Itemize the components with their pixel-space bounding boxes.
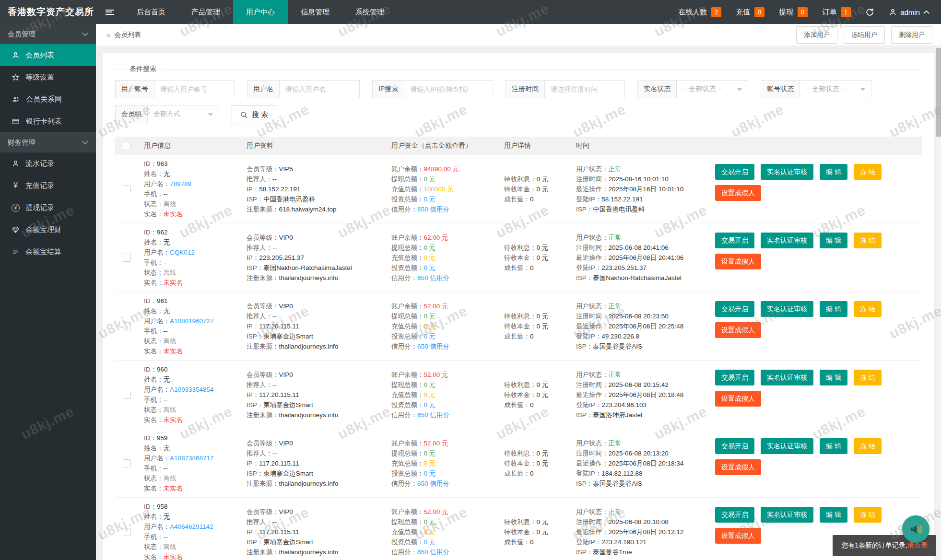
username-input[interactable] — [279, 80, 360, 98]
realname-verify-button[interactable]: 实名认证审核 — [761, 507, 813, 523]
sidebar-group-member[interactable]: 会员管理 — [0, 24, 96, 44]
regtime-input[interactable] — [544, 80, 625, 98]
freeze-button[interactable]: 冻 结 — [854, 301, 882, 317]
username-link[interactable]: 789789 — [170, 180, 191, 187]
freeze-button[interactable]: 冻 结 — [854, 370, 882, 385]
recharge-amount[interactable]: 0 元 — [424, 460, 436, 467]
balance-amount[interactable]: 94890.00 元 — [424, 165, 459, 173]
refresh-button[interactable] — [865, 8, 874, 17]
edit-button[interactable]: 编 辑 — [820, 507, 847, 523]
account-status-select[interactable]: -- 全部状态 -- — [800, 80, 871, 98]
withdraw-amount[interactable]: 0 元 — [424, 313, 436, 320]
trade-toggle-button[interactable]: 交易开启 — [715, 301, 754, 317]
balance-amount[interactable]: 52.00 元 — [424, 371, 448, 378]
menu-item-info[interactable]: 信息管理 — [288, 0, 342, 24]
row-checkbox[interactable] — [123, 459, 131, 467]
freeze-button[interactable]: 冻 结 — [854, 233, 882, 248]
row-checkbox[interactable] — [123, 391, 131, 399]
stat-online-users[interactable]: 在线人数 2 — [678, 7, 721, 17]
row-checkbox[interactable] — [123, 185, 131, 193]
balance-amount[interactable]: 52.00 元 — [424, 440, 448, 447]
withdraw-amount[interactable]: 0 元 — [424, 518, 436, 525]
delete-user-button[interactable]: 删除用户 — [891, 26, 932, 44]
trade-toggle-button[interactable]: 交易开启 — [715, 438, 754, 454]
recharge-amount[interactable]: 0 元 — [424, 323, 436, 330]
invest-amount[interactable]: 0 元 — [424, 401, 436, 408]
recharge-amount[interactable]: 0 元 — [424, 391, 436, 398]
menu-item-user-center[interactable]: 用户中心 — [233, 0, 288, 24]
announcement-float-button[interactable] — [902, 515, 929, 543]
row-checkbox[interactable] — [123, 322, 131, 330]
withdraw-amount[interactable]: 0 元 — [424, 175, 436, 183]
member-group-select[interactable]: 全部方式 — [147, 105, 219, 123]
edit-button[interactable]: 编 辑 — [820, 438, 847, 454]
sidebar-item-member-list[interactable]: 会员列表 — [0, 44, 96, 66]
row-checkbox[interactable] — [123, 528, 131, 536]
sidebar-item-yuebao-settle[interactable]: 余额宝结算 — [0, 241, 96, 263]
recharge-amount[interactable]: 0 元 — [424, 528, 436, 536]
invest-amount[interactable]: 0 元 — [424, 196, 436, 203]
credit-score[interactable]: 650 信用分 — [417, 343, 449, 350]
search-button[interactable]: 搜 索 — [232, 105, 276, 124]
sidebar-item-yuebao-invest[interactable]: 余额宝理财 — [0, 219, 96, 241]
balance-amount[interactable]: 52.00 元 — [424, 303, 448, 310]
edit-button[interactable]: 编 辑 — [820, 301, 847, 317]
username-link[interactable]: A10873868717 — [170, 455, 214, 462]
select-all-checkbox[interactable] — [123, 142, 131, 150]
sidebar-group-finance[interactable]: 财务管理 — [0, 132, 96, 152]
invest-amount[interactable]: 0 元 — [424, 538, 436, 546]
invest-amount[interactable]: 0 元 — [424, 333, 436, 340]
sidebar-item-bank-cards[interactable]: 银行卡列表 — [0, 110, 96, 132]
credit-score[interactable]: 650 信用分 — [417, 206, 449, 213]
sidebar-toggle-button[interactable] — [96, 0, 124, 24]
username-link[interactable]: A10801960727 — [170, 317, 214, 325]
credit-score[interactable]: 650 信用分 — [417, 411, 449, 419]
row-checkbox[interactable] — [123, 254, 131, 262]
freeze-button[interactable]: 冻 结 — [854, 507, 882, 523]
freeze-user-button[interactable]: 冻结用户 — [844, 26, 885, 44]
realname-verify-button[interactable]: 实名认证审核 — [761, 164, 813, 180]
credit-score[interactable]: 650 信用分 — [417, 480, 449, 487]
set-fake-user-button[interactable]: 设置成假人 — [715, 459, 761, 475]
recharge-amount[interactable]: 0 元 — [424, 254, 436, 261]
realname-verify-button[interactable]: 实名认证审核 — [761, 370, 813, 385]
username-link[interactable]: A10933354854 — [170, 386, 214, 393]
edit-button[interactable]: 编 辑 — [820, 370, 847, 385]
invest-amount[interactable]: 0 元 — [424, 470, 436, 477]
trade-toggle-button[interactable]: 交易开启 — [715, 233, 754, 248]
balance-amount[interactable]: 52.00 元 — [424, 508, 448, 515]
credit-score[interactable]: 650 信用分 — [417, 274, 449, 281]
set-fake-user-button[interactable]: 设置成假人 — [715, 528, 761, 544]
freeze-button[interactable]: 冻 结 — [854, 164, 882, 180]
add-user-button[interactable]: 添加用户 — [796, 26, 837, 44]
trade-toggle-button[interactable]: 交易开启 — [715, 507, 754, 523]
edit-button[interactable]: 编 辑 — [820, 164, 847, 180]
realname-verify-button[interactable]: 实名认证审核 — [761, 438, 813, 454]
menu-item-home[interactable]: 后台首页 — [124, 0, 178, 24]
set-fake-user-button[interactable]: 设置成假人 — [715, 254, 761, 269]
realname-verify-button[interactable]: 实名认证审核 — [761, 233, 813, 248]
freeze-button[interactable]: 冻 结 — [854, 438, 882, 454]
stat-recharge[interactable]: 充值 0 — [736, 7, 765, 17]
sidebar-item-recharge-records[interactable]: ¥ 充值记录 — [0, 175, 96, 197]
credit-score[interactable]: 650 信用分 — [417, 548, 449, 556]
set-fake-user-button[interactable]: 设置成假人 — [715, 185, 761, 201]
recharge-amount[interactable]: 100000 元 — [424, 186, 454, 193]
sidebar-item-flow-records[interactable]: 流水记录 — [0, 152, 96, 175]
balance-amount[interactable]: 62.00 元 — [424, 234, 448, 241]
stat-withdraw[interactable]: 提现 0 — [779, 7, 808, 17]
trade-toggle-button[interactable]: 交易开启 — [715, 164, 754, 180]
trade-toggle-button[interactable]: 交易开启 — [715, 370, 754, 385]
withdraw-amount[interactable]: 0 元 — [424, 450, 436, 457]
menu-item-system[interactable]: 系统管理 — [342, 0, 397, 24]
invest-amount[interactable]: 0 元 — [424, 264, 436, 271]
menu-item-products[interactable]: 产品管理 — [178, 0, 233, 24]
set-fake-user-button[interactable]: 设置成假人 — [715, 391, 761, 407]
withdraw-amount[interactable]: 0 元 — [424, 381, 436, 388]
username-link[interactable]: CQK012 — [170, 249, 195, 256]
sidebar-item-level-settings[interactable]: 等级设置 — [0, 66, 96, 88]
withdraw-amount[interactable]: 0 元 — [424, 244, 436, 251]
realname-verify-button[interactable]: 实名认证审核 — [761, 301, 813, 317]
set-fake-user-button[interactable]: 设置成假人 — [715, 322, 761, 338]
realname-status-select[interactable]: -- 全部状态 -- — [676, 80, 748, 98]
